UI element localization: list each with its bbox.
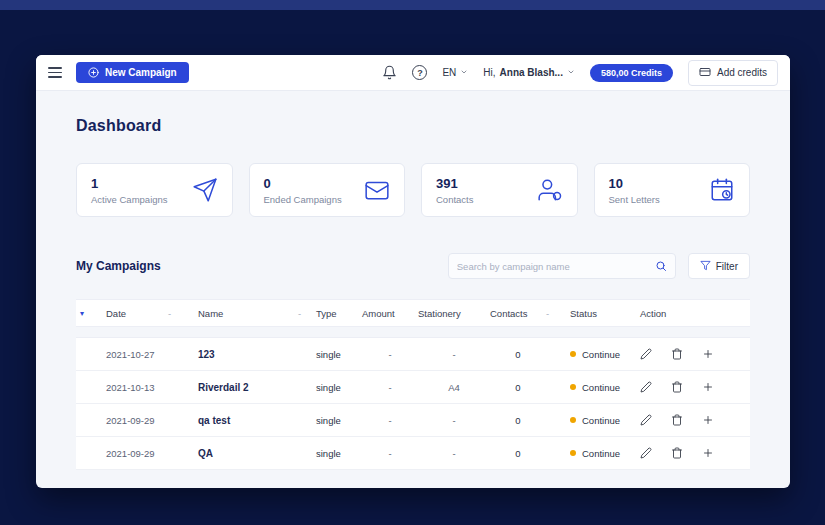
cell-status: Continue xyxy=(570,415,640,426)
cell-actions xyxy=(640,381,750,393)
search-icon[interactable] xyxy=(655,260,667,272)
sort-caret-icon[interactable]: ▾ xyxy=(76,309,106,318)
chevron-down-icon xyxy=(460,67,468,78)
column-header-type: Type xyxy=(316,308,362,319)
status-dot-icon xyxy=(570,417,576,423)
hamburger-menu-icon[interactable] xyxy=(48,67,62,78)
stat-card-active-campaigns: 1 Active Campaigns xyxy=(76,163,233,217)
desktop-background: New Campaign ? EN Hi, Anna Bl xyxy=(0,0,825,525)
cell-amount: - xyxy=(362,349,418,360)
table-row: 2021-09-29 QA single - - 0 Continue xyxy=(76,437,750,470)
table-header-row: ▾ Date - Name - Type Amount Stationery C… xyxy=(76,299,750,327)
username-label: Anna Blash... xyxy=(500,67,563,78)
stat-value: 0 xyxy=(264,176,342,191)
stat-card-contacts: 391 Contacts xyxy=(421,163,578,217)
new-campaign-button[interactable]: New Campaign xyxy=(76,62,189,83)
edit-pencil-icon[interactable] xyxy=(640,381,652,393)
status-label: Continue xyxy=(582,415,620,426)
filter-funnel-icon xyxy=(700,260,711,273)
cell-type: single xyxy=(316,448,362,459)
column-header-name: Name xyxy=(198,308,298,319)
user-menu[interactable]: Hi, Anna Blash... xyxy=(483,67,575,78)
status-label: Continue xyxy=(582,448,620,459)
cell-actions xyxy=(640,348,750,360)
column-separator: - xyxy=(546,308,570,319)
edit-pencil-icon[interactable] xyxy=(640,348,652,360)
paper-plane-icon xyxy=(192,177,218,203)
cell-type: single xyxy=(316,415,362,426)
cell-date: 2021-09-29 xyxy=(106,448,168,459)
cell-date: 2021-10-13 xyxy=(106,382,168,393)
column-header-stationery: Stationery xyxy=(418,308,490,319)
cell-actions xyxy=(640,447,750,459)
cell-status: Continue xyxy=(570,382,640,393)
column-header-amount: Amount xyxy=(362,308,418,319)
stat-value: 10 xyxy=(609,176,660,191)
main-content: Dashboard 1 Active Campaigns xyxy=(36,91,790,470)
language-selector[interactable]: EN xyxy=(442,67,468,78)
cell-type: single xyxy=(316,349,362,360)
app-header: New Campaign ? EN Hi, Anna Bl xyxy=(36,55,790,91)
chevron-down-icon xyxy=(567,67,575,78)
cell-status: Continue xyxy=(570,349,640,360)
column-header-action: Action xyxy=(640,308,750,319)
campaigns-section-title: My Campaigns xyxy=(76,259,161,273)
campaigns-toolbar: My Campaigns xyxy=(76,253,750,279)
notifications-bell-icon[interactable] xyxy=(382,65,397,80)
cell-contacts: 0 xyxy=(490,415,546,426)
plus-circle-icon xyxy=(88,67,99,78)
status-label: Continue xyxy=(582,349,620,360)
greeting-label: Hi, xyxy=(483,67,495,78)
credits-badge[interactable]: 580,00 Credits xyxy=(590,64,673,82)
campaign-search-input[interactable] xyxy=(457,261,655,272)
language-label: EN xyxy=(442,67,456,78)
delete-trash-icon[interactable] xyxy=(671,414,683,426)
stat-label: Sent Letters xyxy=(609,194,660,205)
delete-trash-icon[interactable] xyxy=(671,348,683,360)
envelope-icon xyxy=(364,177,390,203)
campaign-search-box xyxy=(448,253,676,279)
cell-contacts: 0 xyxy=(490,448,546,459)
status-dot-icon xyxy=(570,450,576,456)
edit-pencil-icon[interactable] xyxy=(640,414,652,426)
add-plus-icon[interactable] xyxy=(702,348,714,360)
cell-date: 2021-10-27 xyxy=(106,349,168,360)
cell-name: Riverdail 2 xyxy=(198,382,298,393)
app-window: New Campaign ? EN Hi, Anna Bl xyxy=(36,55,790,488)
cell-amount: - xyxy=(362,448,418,459)
credit-card-icon xyxy=(699,66,711,80)
delete-trash-icon[interactable] xyxy=(671,381,683,393)
filter-button[interactable]: Filter xyxy=(688,253,750,279)
cell-actions xyxy=(640,414,750,426)
table-row: 2021-10-27 123 single - - 0 Continue xyxy=(76,338,750,371)
cell-status: Continue xyxy=(570,448,640,459)
status-dot-icon xyxy=(570,384,576,390)
cell-amount: - xyxy=(362,415,418,426)
cell-name: QA xyxy=(198,448,298,459)
cell-type: single xyxy=(316,382,362,393)
help-icon[interactable]: ? xyxy=(412,65,427,80)
column-separator: - xyxy=(168,308,198,319)
filter-label: Filter xyxy=(716,261,738,272)
calendar-clock-icon xyxy=(709,177,735,203)
stat-card-ended-campaigns: 0 Ended Campaigns xyxy=(249,163,406,217)
add-plus-icon[interactable] xyxy=(702,447,714,459)
cell-date: 2021-09-29 xyxy=(106,415,168,426)
delete-trash-icon[interactable] xyxy=(671,447,683,459)
stat-value: 1 xyxy=(91,176,168,191)
background-top-band xyxy=(0,0,825,10)
stat-card-sent-letters: 10 Sent Letters xyxy=(594,163,751,217)
cell-stationery: - xyxy=(418,349,490,360)
column-header-status: Status xyxy=(570,308,640,319)
edit-pencil-icon[interactable] xyxy=(640,447,652,459)
status-dot-icon xyxy=(570,351,576,357)
add-plus-icon[interactable] xyxy=(702,414,714,426)
add-plus-icon[interactable] xyxy=(702,381,714,393)
cell-contacts: 0 xyxy=(490,349,546,360)
new-campaign-label: New Campaign xyxy=(105,67,177,78)
add-credits-label: Add credits xyxy=(717,67,767,78)
status-label: Continue xyxy=(582,382,620,393)
campaigns-table: ▾ Date - Name - Type Amount Stationery C… xyxy=(76,299,750,470)
column-separator: - xyxy=(298,308,316,319)
add-credits-button[interactable]: Add credits xyxy=(688,60,778,86)
